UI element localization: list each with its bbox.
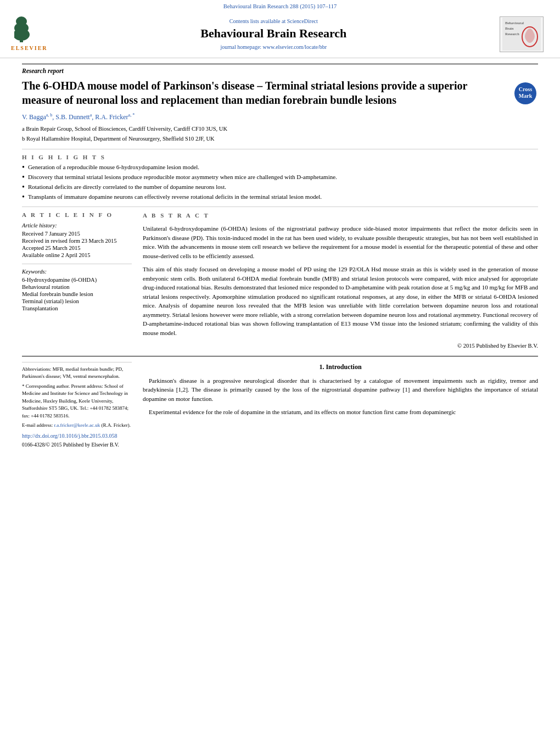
highlight-item-1: • Generation of a reproducible mouse 6-h… [22,164,538,171]
bullet-icon: • [22,193,25,201]
kw-5: Transplantation [22,305,132,311]
abbreviations-text: Abbreviations: MFB, medial forebrain bun… [22,366,132,381]
svg-text:Behavioural: Behavioural [505,21,524,25]
doi-link[interactable]: http://dx.doi.org/10.1016/j.bbr.2015.03.… [22,432,132,440]
crossmark-icon[interactable]: Cross Mark [513,81,538,106]
highlight-item-2: • Discovery that terminal striatal lesio… [22,174,538,181]
author1-name: V. Bagga [22,113,46,121]
bullet-icon: • [22,164,25,171]
available-date: Available online 2 April 2015 [22,252,132,258]
article-title: The 6-OHDA mouse model of Parkinson's di… [22,79,513,107]
journal-title: Behavioural Brain Research [59,26,489,41]
highlight-text-1: Generation of a reproducible mouse 6-hyd… [28,164,199,170]
highlight-item-4: • Transplants of immature dopamine neuro… [22,193,538,201]
highlights-title: H I G H L I G H T S [22,154,538,160]
affiliations: a Brain Repair Group, School of Bioscien… [22,125,538,143]
highlight-item-3: • Rotational deficits are directly corre… [22,183,538,191]
highlight-text-3: Rotational deficits are directly correla… [28,183,226,190]
revised-date: Received in revised form 23 March 2015 [22,238,132,244]
kw-3: Medial forebrain bundle lesion [22,291,132,297]
citation-text: Behavioural Brain Research 288 (2015) 10… [223,3,337,9]
intro-p2: Experimental evidence for the role of do… [143,408,538,417]
journal-center: Contents lists available at ScienceDirec… [48,18,500,50]
history-label: Article history: [22,222,132,228]
kw-2: Behavioural rotation [22,284,132,290]
svg-text:Cross: Cross [519,86,532,92]
abstract-title: A B S T R A C T [143,211,538,220]
email-link[interactable]: r.a.fricker@keele.ac.uk [54,422,100,428]
bullet-icon: • [22,174,25,181]
svg-text:Mark: Mark [519,93,533,99]
bottom-two-col: Abbreviations: MFB, medial forebrain bun… [22,362,538,449]
keywords-section: Keywords: 6-Hydroxydopamine (6-OHDA) Beh… [22,264,132,311]
introduction-col: 1. Introduction Parkinson's disease is a… [143,362,538,449]
highlights-section: H I G H L I G H T S • Generation of a re… [22,154,538,201]
article-info-title: A R T I C L E I N F O [22,211,132,218]
svg-text:Brain: Brain [505,26,514,31]
issn-text: 0166-4328/© 2015 Published by Elsevier B… [22,441,132,449]
email-text: E-mail address: r.a.fricker@keele.ac.uk … [22,422,132,429]
highlight-text-4: Transplants of immature dopamine neurons… [28,193,322,200]
introduction-text: Parkinson's disease is a progressive neu… [143,376,538,417]
sciencedirect-line: Contents lists available at ScienceDirec… [59,18,489,24]
intro-p1: Parkinson's disease is a progressive neu… [143,376,538,404]
divider-bottom [22,356,538,356]
authors-line: V. Baggaa, b, S.B. Dunnetta, R.A. Fricke… [22,113,538,121]
author2-sup: a [90,113,92,118]
journal-header: ELSEVIER Contents lists available at Sci… [0,10,560,58]
journal-homepage: journal homepage: www.elsevier.com/locat… [59,44,489,50]
abstract-p2: This aim of this study focused on develo… [143,265,538,337]
svg-text:Research: Research [505,32,519,36]
elsevier-tree-icon [14,15,44,45]
abstract-col: A B S T R A C T Unilateral 6-hydroxydopa… [143,211,538,350]
journal-top-citation: Behavioural Brain Research 288 (2015) 10… [0,0,560,10]
divider-1 [22,149,538,149]
corresponding-text: * Corresponding author. Present address:… [22,383,132,420]
brain-research-logo-icon: Behavioural Brain Research [502,18,541,51]
sciencedirect-text[interactable]: ScienceDirect [287,18,318,24]
affil-a: a Brain Repair Group, School of Bioscien… [22,125,538,133]
divider-2 [22,207,538,207]
article-info-col: A R T I C L E I N F O Article history: R… [22,211,132,350]
elsevier-logo: ELSEVIER [11,15,48,51]
kw-4: Terminal (striatal) lesion [22,298,132,304]
elsevier-label: ELSEVIER [11,45,48,51]
introduction-heading: 1. Introduction [143,362,538,372]
author3-sup: a, * [128,113,135,118]
footnotes-col: Abbreviations: MFB, medial forebrain bun… [22,362,132,449]
author3-name: R.A. Fricker [95,113,128,121]
email-label: E-mail address: [22,422,54,428]
highlight-text-2: Discovery that terminal striatal lesions… [28,174,337,180]
bullet-icon: • [22,183,25,191]
article-title-section: The 6-OHDA mouse model of Parkinson's di… [22,79,538,107]
author2-name: S.B. Dunnett [55,113,89,121]
journal-logo-right: Behavioural Brain Research [500,16,544,52]
author1-sup: a, b [46,113,53,118]
footnotes: Abbreviations: MFB, medial forebrain bun… [22,362,132,449]
email-person: (R.A. Fricker). [101,422,131,428]
homepage-label: journal homepage: [220,44,261,50]
contents-text: Contents lists available at [229,18,285,24]
article-info-abstract: A R T I C L E I N F O Article history: R… [22,211,538,350]
main-content: Research report The 6-OHDA mouse model o… [0,58,560,454]
abstract-p1: Unilateral 6-hydroxydopamine (6-OHDA) le… [143,224,538,260]
accepted-date: Accepted 25 March 2015 [22,245,132,251]
keywords-label: Keywords: [22,269,132,275]
page-wrapper: Behavioural Brain Research 288 (2015) 10… [0,0,560,742]
article-type-label: Research report [22,64,538,74]
homepage-url[interactable]: www.elsevier.com/locate/bbr [263,44,327,50]
received-date: Received 7 January 2015 [22,231,132,237]
abstract-text: Unilateral 6-hydroxydopamine (6-OHDA) le… [143,224,538,337]
divider-kw [22,264,132,264]
copyright-line: © 2015 Published by Elsevier B.V. [143,342,538,350]
kw-1: 6-Hydroxydopamine (6-OHDA) [22,277,132,283]
affil-b: b Royal Hallamshire Hospital, Department… [22,135,538,143]
